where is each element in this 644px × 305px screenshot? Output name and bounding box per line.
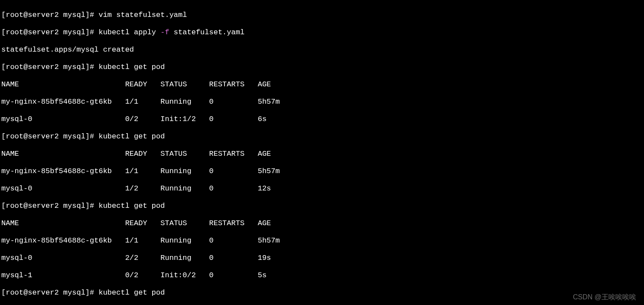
cmd-apply-flag: -f: [160, 28, 169, 36]
apply-output: statefulset.apps/mysql created: [1, 46, 643, 54]
shell-prompt: [root@server2 mysql]#: [1, 28, 98, 36]
shell-prompt: [root@server2 mysql]#: [1, 63, 98, 71]
table-row: my-nginx-85bf54688c-gt6kb 1/1 Running 0 …: [1, 98, 643, 106]
cmd-apply-pre: kubectl apply: [98, 28, 160, 36]
terminal-output[interactable]: [root@server2 mysql]# vim statefulset.ya…: [0, 0, 644, 305]
table-row: mysql-0 0/2 Init:1/2 0 6s: [1, 115, 643, 124]
table-header: NAME READY STATUS RESTARTS AGE: [1, 219, 643, 228]
table-row: mysql-1 0/2 Init:0/2 0 5s: [1, 271, 643, 280]
cmd-apply-post: statefulset.yaml: [169, 28, 244, 36]
table-row: my-nginx-85bf54688c-gt6kb 1/1 Running 0 …: [1, 236, 643, 245]
cmd-get-pod: kubectl get pod: [98, 63, 165, 71]
shell-prompt: [root@server2 mysql]#: [1, 11, 98, 19]
table-header: NAME READY STATUS RESTARTS AGE: [1, 80, 643, 89]
cmd-get-pod: kubectl get pod: [98, 132, 165, 141]
shell-prompt: [root@server2 mysql]#: [1, 202, 98, 210]
cmd-vim: vim statefulset.yaml: [98, 11, 187, 19]
watermark-text: CSDN @王唉唉唉唉: [573, 293, 636, 302]
table-row: my-nginx-85bf54688c-gt6kb 1/1 Running 0 …: [1, 167, 643, 176]
table-header: NAME READY STATUS RESTARTS AGE: [1, 150, 643, 158]
shell-prompt: [root@server2 mysql]#: [1, 289, 98, 297]
table-row: mysql-0 2/2 Running 0 19s: [1, 254, 643, 262]
shell-prompt: [root@server2 mysql]#: [1, 132, 98, 141]
table-row: mysql-0 1/2 Running 0 12s: [1, 184, 643, 193]
cmd-get-pod: kubectl get pod: [98, 289, 165, 297]
cmd-get-pod: kubectl get pod: [98, 202, 165, 210]
